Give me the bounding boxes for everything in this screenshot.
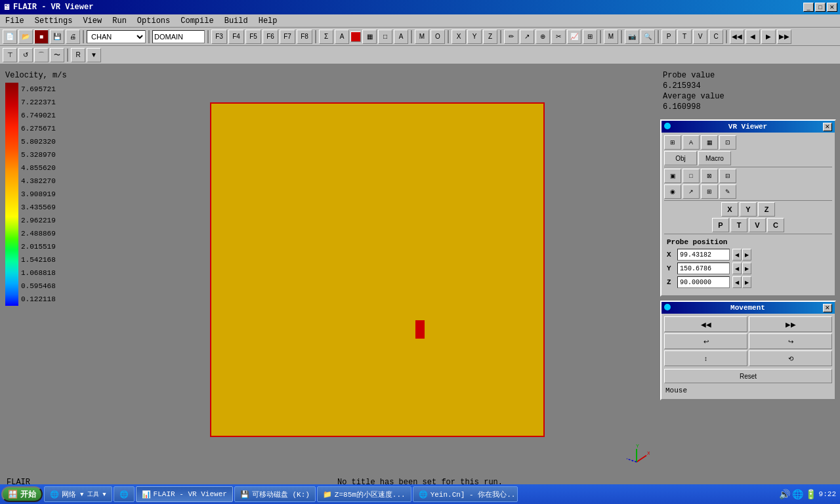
pencil-button[interactable]: ✏: [504, 30, 518, 44]
taskbar-item-web[interactable]: 🌐 Yein.Cn] - 你在我心...: [413, 486, 518, 502]
menu-run[interactable]: Run: [110, 16, 129, 26]
vr-c-btn[interactable]: C: [767, 218, 784, 232]
movement-btn-6[interactable]: ⟲: [749, 350, 832, 366]
o-button[interactable]: O: [430, 30, 445, 44]
vr-dash-btn[interactable]: ⊟: [719, 169, 736, 183]
red-sq-button[interactable]: [350, 32, 361, 42]
viewport[interactable]: X Y: [98, 64, 656, 475]
sigma-button[interactable]: Σ: [319, 30, 333, 44]
y-button[interactable]: Y: [467, 30, 482, 44]
vr-p-btn[interactable]: P: [712, 218, 729, 232]
menu-settings[interactable]: Settings: [32, 16, 75, 26]
arr4-button[interactable]: ▶▶: [777, 30, 791, 44]
p-button[interactable]: P: [662, 30, 676, 44]
menu-file[interactable]: File: [3, 16, 27, 26]
f3-button[interactable]: F3: [211, 30, 227, 44]
vr-y-btn[interactable]: Y: [740, 202, 757, 217]
tool-btn-2[interactable]: ↺: [18, 48, 33, 62]
domain-input[interactable]: [152, 30, 205, 43]
probe-z-inc[interactable]: ▶: [742, 276, 751, 288]
vr-panel-close[interactable]: ✕: [823, 123, 832, 131]
probe-x-dec[interactable]: ◀: [732, 249, 742, 261]
f5-button[interactable]: F5: [245, 30, 261, 44]
c-button[interactable]: C: [709, 30, 723, 44]
color-button[interactable]: ■: [34, 30, 49, 44]
f4-button[interactable]: F4: [228, 30, 244, 44]
movement-btn-4[interactable]: ↪: [749, 333, 832, 349]
move-button[interactable]: ⊕: [536, 30, 550, 44]
maximize-button[interactable]: □: [815, 3, 826, 12]
vr-obj-btn[interactable]: Obj: [664, 151, 697, 165]
save-button[interactable]: 💾: [50, 30, 64, 44]
chart-button[interactable]: 📈: [567, 30, 581, 44]
menu-build[interactable]: Build: [222, 16, 251, 26]
movement-btn-3[interactable]: ↩: [664, 333, 747, 349]
probe-x-input[interactable]: [677, 249, 730, 261]
zoom-button[interactable]: 🔍: [640, 30, 655, 44]
f7-button[interactable]: F7: [280, 30, 295, 44]
f8-button[interactable]: F8: [297, 30, 312, 44]
probe-z-dec[interactable]: ◀: [732, 276, 742, 288]
start-button[interactable]: 🪟 开始: [1, 486, 43, 502]
chan-dropdown[interactable]: CHAN: [87, 30, 146, 43]
vr-grid2-btn[interactable]: ⊞: [701, 184, 718, 199]
minimize-button[interactable]: _: [803, 3, 814, 12]
vr-a-btn[interactable]: A: [682, 135, 700, 150]
vr-pen-btn[interactable]: ✎: [719, 184, 736, 199]
vr-x-btn[interactable]: X: [721, 202, 738, 217]
tool-btn-3[interactable]: ⌒: [34, 48, 49, 62]
taskbar-item-folder[interactable]: 📁 Z=85m的小区速度...: [317, 486, 411, 502]
taskbar-item-network[interactable]: 🌐 网络 ▼ 工具 ▼: [44, 486, 112, 502]
vr-z-btn[interactable]: Z: [758, 202, 775, 217]
close-button[interactable]: ✕: [827, 3, 837, 12]
new-button[interactable]: 📄: [3, 30, 17, 44]
vr-t-btn[interactable]: T: [730, 218, 747, 232]
menu-help[interactable]: Help: [256, 16, 280, 26]
box-button[interactable]: ⊞: [583, 30, 597, 44]
vr-v-btn[interactable]: V: [749, 218, 766, 232]
z-button[interactable]: Z: [483, 30, 497, 44]
probe-y-inc[interactable]: ▶: [742, 262, 751, 274]
print-button[interactable]: 🖨: [66, 30, 80, 44]
m2-button[interactable]: M: [604, 30, 618, 44]
tool-btn-4[interactable]: 〜: [50, 48, 64, 62]
a2-button[interactable]: A: [394, 30, 408, 44]
reset-button[interactable]: Reset: [664, 369, 832, 383]
tool-r-button[interactable]: R: [71, 48, 85, 62]
m-button[interactable]: M: [415, 30, 429, 44]
vr-sq-btn[interactable]: □: [682, 169, 700, 183]
v-button[interactable]: V: [693, 30, 707, 44]
vr-box-btn[interactable]: ▣: [664, 169, 681, 183]
cam-button[interactable]: 📷: [625, 30, 639, 44]
grid-button[interactable]: ▦: [362, 30, 377, 44]
movement-btn-1[interactable]: ◀◀: [664, 316, 747, 332]
t-button[interactable]: T: [677, 30, 692, 44]
probe-z-input[interactable]: [677, 276, 730, 288]
arrow-button[interactable]: ↗: [520, 30, 534, 44]
menu-view[interactable]: View: [80, 16, 104, 26]
rect-button[interactable]: □: [378, 30, 392, 44]
vr-grid-btn[interactable]: ⊞: [664, 135, 681, 150]
arr1-button[interactable]: ◀◀: [730, 30, 744, 44]
movement-btn-2[interactable]: ▶▶: [749, 316, 832, 332]
menu-options[interactable]: Options: [135, 16, 173, 26]
erase-button[interactable]: ✂: [551, 30, 566, 44]
movement-btn-5[interactable]: ↕: [664, 350, 747, 366]
x-button[interactable]: X: [452, 30, 466, 44]
taskbar-item-drive[interactable]: 💾 可移动磁盘 (K:): [234, 486, 316, 502]
vr-dot-btn[interactable]: ⊡: [719, 135, 736, 150]
tool-btn-1[interactable]: ⊤: [3, 48, 17, 62]
f6-button[interactable]: F6: [262, 30, 278, 44]
taskbar-item-ie[interactable]: 🌐: [114, 486, 135, 502]
probe-y-input[interactable]: [677, 262, 730, 274]
taskbar-item-flair[interactable]: 📊 FLAIR - VR Viewer: [136, 486, 233, 502]
probe-x-inc[interactable]: ▶: [742, 249, 751, 261]
canvas-area[interactable]: [210, 102, 545, 437]
vr-xs-btn[interactable]: ⊠: [701, 169, 718, 183]
vr-arrow-btn[interactable]: ↗: [682, 184, 700, 199]
probe-y-dec[interactable]: ◀: [732, 262, 742, 274]
tool-r-dropdown[interactable]: ▼: [87, 48, 101, 62]
vr-circle-btn[interactable]: ◉: [664, 184, 681, 199]
open-button[interactable]: 📂: [18, 30, 33, 44]
a-button[interactable]: A: [335, 30, 349, 44]
